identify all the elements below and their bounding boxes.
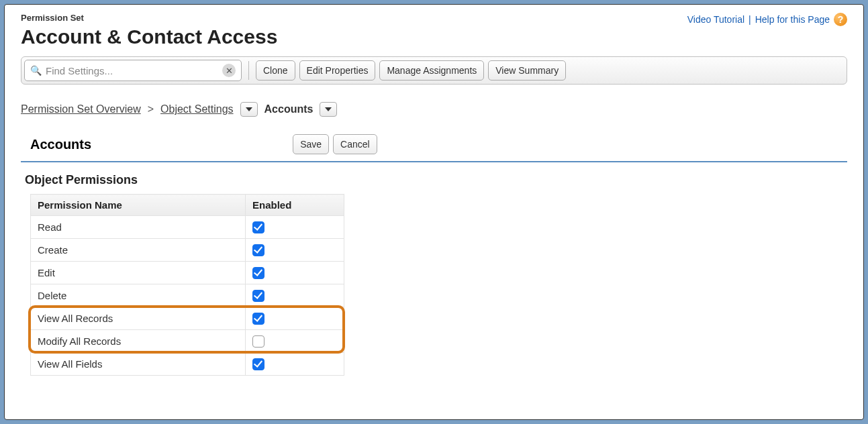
video-tutorial-link[interactable]: Video Tutorial [687, 14, 744, 25]
permission-enabled-cell [246, 239, 344, 262]
help-icon[interactable]: ? [834, 13, 847, 26]
object-settings-dropdown[interactable] [240, 102, 258, 117]
permission-enabled-cell [246, 307, 344, 330]
table-row: View All Records [31, 307, 344, 330]
section-title: Object Permissions [25, 173, 847, 187]
chevron-down-icon [325, 107, 332, 111]
search-box[interactable]: 🔍 ✕ [24, 60, 242, 81]
table-row: Edit [31, 262, 344, 284]
permission-enabled-cell [246, 262, 344, 284]
table-row: Modify All Records [31, 330, 344, 353]
permission-checkbox[interactable] [252, 221, 264, 233]
breadcrumb-separator: > [148, 103, 154, 115]
breadcrumb-current: Accounts [264, 103, 314, 115]
permission-name-cell: Read [31, 216, 246, 239]
clear-search-icon[interactable]: ✕ [222, 64, 236, 77]
table-row: View All Fields [31, 353, 344, 376]
page-title: Account & Contact Access [21, 25, 277, 48]
help-links: Video Tutorial | Help for this Page ? [687, 13, 847, 26]
permission-checkbox[interactable] [252, 358, 264, 370]
toolbar-divider [248, 61, 249, 80]
permission-enabled-cell [246, 353, 344, 376]
table-wrapper: Permission Name Enabled ReadCreateEditDe… [21, 187, 344, 376]
permission-name-cell: Edit [31, 262, 246, 284]
permission-checkbox[interactable] [252, 313, 264, 325]
cancel-button[interactable]: Cancel [333, 134, 377, 154]
help-page-link[interactable]: Help for this Page [755, 14, 830, 25]
topbar: Permission Set Account & Contact Access … [21, 13, 847, 48]
clone-button[interactable]: Clone [256, 60, 295, 81]
column-permission-name: Permission Name [31, 195, 246, 216]
permission-name-cell: Create [31, 239, 246, 262]
table-row: Create [31, 239, 344, 262]
breadcrumb-small: Permission Set [21, 13, 277, 23]
title-block: Permission Set Account & Contact Access [21, 13, 277, 48]
table-row: Read [31, 216, 344, 239]
permission-checkbox[interactable] [252, 267, 264, 279]
permission-enabled-cell [246, 284, 344, 307]
permission-name-cell: View All Records [31, 307, 246, 330]
search-icon: 🔍 [30, 65, 42, 76]
breadcrumb: Permission Set Overview > Object Setting… [21, 102, 847, 117]
column-enabled: Enabled [246, 195, 344, 216]
permission-checkbox[interactable] [252, 290, 264, 302]
search-input[interactable] [46, 65, 222, 76]
table-row: Delete [31, 284, 344, 307]
breadcrumb-overview-link[interactable]: Permission Set Overview [21, 103, 141, 115]
permission-name-cell: Modify All Records [31, 330, 246, 353]
help-separator: | [749, 14, 751, 25]
permission-enabled-cell [246, 216, 344, 239]
object-subtitle: Accounts [30, 137, 91, 152]
permission-enabled-cell [246, 330, 344, 353]
permission-checkbox[interactable] [252, 335, 264, 348]
permission-name-cell: Delete [31, 284, 246, 307]
permission-name-cell: View All Fields [31, 353, 246, 376]
view-summary-button[interactable]: View Summary [488, 60, 566, 81]
object-permissions-table: Permission Name Enabled ReadCreateEditDe… [30, 194, 344, 376]
edit-properties-button[interactable]: Edit Properties [299, 60, 376, 81]
chevron-down-icon [246, 107, 252, 111]
form-actions: Save Cancel [293, 134, 377, 154]
permission-checkbox[interactable] [252, 244, 264, 256]
toolbar: 🔍 ✕ Clone Edit Properties Manage Assignm… [21, 56, 847, 85]
section-divider [21, 161, 847, 162]
current-dropdown[interactable] [320, 102, 337, 117]
page-frame: Permission Set Account & Contact Access … [4, 4, 864, 420]
breadcrumb-object-settings-link[interactable]: Object Settings [160, 103, 234, 115]
manage-assignments-button[interactable]: Manage Assignments [379, 60, 484, 81]
subheader: Accounts Save Cancel [21, 134, 847, 154]
save-button[interactable]: Save [293, 134, 329, 154]
